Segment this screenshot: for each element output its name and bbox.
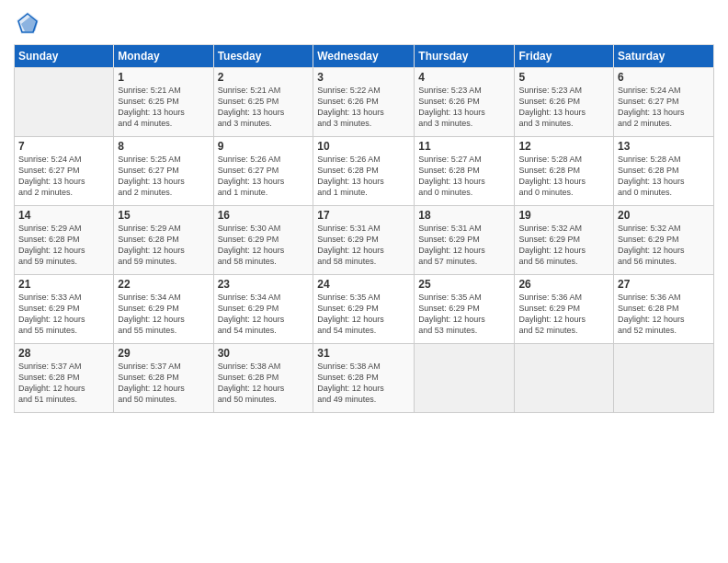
day-number: 4 (418, 71, 510, 84)
day-number: 12 (518, 140, 609, 153)
calendar-cell: 14Sunrise: 5:29 AM Sunset: 6:28 PM Dayli… (15, 206, 114, 275)
calendar-cell: 2Sunrise: 5:21 AM Sunset: 6:25 PM Daylig… (213, 68, 313, 137)
day-number: 6 (618, 71, 710, 84)
calendar-cell: 24Sunrise: 5:35 AM Sunset: 6:29 PM Dayli… (313, 275, 415, 344)
day-number: 18 (418, 209, 510, 222)
calendar-cell: 27Sunrise: 5:36 AM Sunset: 6:28 PM Dayli… (614, 275, 714, 344)
calendar-cell: 25Sunrise: 5:35 AM Sunset: 6:29 PM Dayli… (415, 275, 515, 344)
day-info: Sunrise: 5:37 AM Sunset: 6:28 PM Dayligh… (118, 361, 209, 406)
day-number: 7 (18, 140, 109, 153)
calendar-body: 1Sunrise: 5:21 AM Sunset: 6:25 PM Daylig… (15, 68, 714, 413)
calendar-cell: 4Sunrise: 5:23 AM Sunset: 6:26 PM Daylig… (415, 68, 515, 137)
calendar-cell: 19Sunrise: 5:32 AM Sunset: 6:29 PM Dayli… (515, 206, 614, 275)
day-info: Sunrise: 5:21 AM Sunset: 6:25 PM Dayligh… (218, 85, 310, 130)
day-info: Sunrise: 5:24 AM Sunset: 6:27 PM Dayligh… (18, 154, 109, 199)
day-info: Sunrise: 5:31 AM Sunset: 6:29 PM Dayligh… (418, 223, 510, 268)
calendar-cell: 1Sunrise: 5:21 AM Sunset: 6:25 PM Daylig… (114, 68, 213, 137)
day-info: Sunrise: 5:31 AM Sunset: 6:29 PM Dayligh… (317, 223, 410, 268)
day-number: 5 (518, 71, 609, 84)
logo-icon (14, 9, 41, 37)
day-info: Sunrise: 5:36 AM Sunset: 6:28 PM Dayligh… (618, 292, 710, 337)
day-number: 25 (418, 278, 510, 291)
day-info: Sunrise: 5:27 AM Sunset: 6:28 PM Dayligh… (418, 154, 510, 199)
calendar-cell (15, 68, 114, 137)
calendar-cell: 10Sunrise: 5:26 AM Sunset: 6:28 PM Dayli… (313, 137, 415, 206)
page-header (14, 9, 714, 37)
day-number: 24 (317, 278, 410, 291)
day-number: 3 (317, 71, 410, 84)
day-number: 20 (618, 209, 710, 222)
calendar-cell: 23Sunrise: 5:34 AM Sunset: 6:29 PM Dayli… (213, 275, 313, 344)
header-row: SundayMondayTuesdayWednesdayThursdayFrid… (15, 45, 714, 68)
day-number: 2 (218, 71, 310, 84)
calendar-cell: 6Sunrise: 5:24 AM Sunset: 6:27 PM Daylig… (614, 68, 714, 137)
day-info: Sunrise: 5:23 AM Sunset: 6:26 PM Dayligh… (518, 85, 609, 130)
day-number: 11 (418, 140, 510, 153)
day-number: 23 (218, 278, 310, 291)
day-number: 29 (118, 347, 209, 360)
day-number: 27 (618, 278, 710, 291)
column-header-monday: Monday (114, 45, 213, 68)
calendar-cell (515, 344, 614, 413)
day-info: Sunrise: 5:37 AM Sunset: 6:28 PM Dayligh… (18, 361, 109, 406)
calendar-cell: 16Sunrise: 5:30 AM Sunset: 6:29 PM Dayli… (213, 206, 313, 275)
day-number: 9 (218, 140, 310, 153)
day-info: Sunrise: 5:30 AM Sunset: 6:29 PM Dayligh… (218, 223, 310, 268)
calendar-cell: 13Sunrise: 5:28 AM Sunset: 6:28 PM Dayli… (614, 137, 714, 206)
calendar-cell: 12Sunrise: 5:28 AM Sunset: 6:28 PM Dayli… (515, 137, 614, 206)
column-header-sunday: Sunday (15, 45, 114, 68)
calendar-cell (614, 344, 714, 413)
calendar-table: SundayMondayTuesdayWednesdayThursdayFrid… (14, 44, 714, 413)
day-number: 21 (18, 278, 109, 291)
week-row-1: 7Sunrise: 5:24 AM Sunset: 6:27 PM Daylig… (15, 137, 714, 206)
day-info: Sunrise: 5:25 AM Sunset: 6:27 PM Dayligh… (118, 154, 209, 199)
day-number: 16 (218, 209, 310, 222)
day-info: Sunrise: 5:32 AM Sunset: 6:29 PM Dayligh… (618, 223, 710, 268)
calendar-cell: 3Sunrise: 5:22 AM Sunset: 6:26 PM Daylig… (313, 68, 415, 137)
column-header-wednesday: Wednesday (313, 45, 415, 68)
column-header-thursday: Thursday (415, 45, 515, 68)
day-number: 22 (118, 278, 209, 291)
day-info: Sunrise: 5:33 AM Sunset: 6:29 PM Dayligh… (18, 292, 109, 337)
day-info: Sunrise: 5:24 AM Sunset: 6:27 PM Dayligh… (618, 85, 710, 130)
calendar-cell: 18Sunrise: 5:31 AM Sunset: 6:29 PM Dayli… (415, 206, 515, 275)
column-header-tuesday: Tuesday (213, 45, 313, 68)
calendar-cell: 29Sunrise: 5:37 AM Sunset: 6:28 PM Dayli… (114, 344, 213, 413)
day-info: Sunrise: 5:28 AM Sunset: 6:28 PM Dayligh… (518, 154, 609, 199)
calendar-cell: 31Sunrise: 5:38 AM Sunset: 6:28 PM Dayli… (313, 344, 415, 413)
day-info: Sunrise: 5:35 AM Sunset: 6:29 PM Dayligh… (418, 292, 510, 337)
day-info: Sunrise: 5:29 AM Sunset: 6:28 PM Dayligh… (18, 223, 109, 268)
column-header-friday: Friday (515, 45, 614, 68)
day-number: 1 (118, 71, 209, 84)
logo (14, 9, 43, 37)
day-info: Sunrise: 5:23 AM Sunset: 6:26 PM Dayligh… (418, 85, 510, 130)
day-number: 17 (317, 209, 410, 222)
day-info: Sunrise: 5:32 AM Sunset: 6:29 PM Dayligh… (518, 223, 609, 268)
calendar-cell (415, 344, 515, 413)
day-number: 31 (317, 347, 410, 360)
calendar-cell: 21Sunrise: 5:33 AM Sunset: 6:29 PM Dayli… (15, 275, 114, 344)
day-info: Sunrise: 5:34 AM Sunset: 6:29 PM Dayligh… (118, 292, 209, 337)
calendar-cell: 17Sunrise: 5:31 AM Sunset: 6:29 PM Dayli… (313, 206, 415, 275)
calendar-cell: 30Sunrise: 5:38 AM Sunset: 6:28 PM Dayli… (213, 344, 313, 413)
day-number: 19 (518, 209, 609, 222)
day-number: 30 (218, 347, 310, 360)
day-info: Sunrise: 5:29 AM Sunset: 6:28 PM Dayligh… (118, 223, 209, 268)
calendar-cell: 20Sunrise: 5:32 AM Sunset: 6:29 PM Dayli… (614, 206, 714, 275)
calendar-cell: 22Sunrise: 5:34 AM Sunset: 6:29 PM Dayli… (114, 275, 213, 344)
calendar-cell: 15Sunrise: 5:29 AM Sunset: 6:28 PM Dayli… (114, 206, 213, 275)
calendar-cell: 8Sunrise: 5:25 AM Sunset: 6:27 PM Daylig… (114, 137, 213, 206)
calendar-cell: 26Sunrise: 5:36 AM Sunset: 6:29 PM Dayli… (515, 275, 614, 344)
day-number: 8 (118, 140, 209, 153)
day-info: Sunrise: 5:22 AM Sunset: 6:26 PM Dayligh… (317, 85, 410, 130)
calendar-cell: 9Sunrise: 5:26 AM Sunset: 6:27 PM Daylig… (213, 137, 313, 206)
day-info: Sunrise: 5:38 AM Sunset: 6:28 PM Dayligh… (317, 361, 410, 406)
week-row-4: 28Sunrise: 5:37 AM Sunset: 6:28 PM Dayli… (15, 344, 714, 413)
day-number: 28 (18, 347, 109, 360)
calendar-cell: 28Sunrise: 5:37 AM Sunset: 6:28 PM Dayli… (15, 344, 114, 413)
day-info: Sunrise: 5:38 AM Sunset: 6:28 PM Dayligh… (218, 361, 310, 406)
day-info: Sunrise: 5:35 AM Sunset: 6:29 PM Dayligh… (317, 292, 410, 337)
calendar-page: SundayMondayTuesdayWednesdayThursdayFrid… (0, 0, 728, 563)
column-header-saturday: Saturday (614, 45, 714, 68)
calendar-cell: 11Sunrise: 5:27 AM Sunset: 6:28 PM Dayli… (415, 137, 515, 206)
